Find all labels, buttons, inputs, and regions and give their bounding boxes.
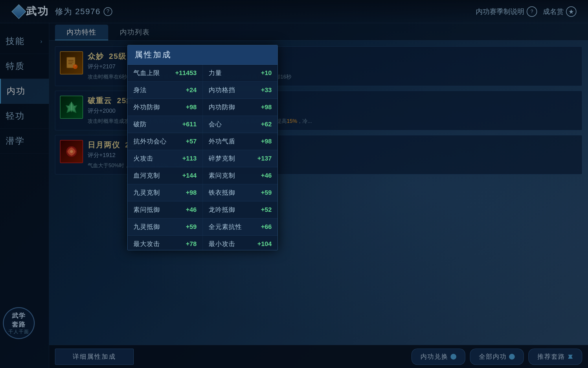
attr-value-left-1: +24	[186, 86, 196, 94]
attr-name-left-8: 素问抵御	[133, 205, 160, 214]
attr-row-8: 素问抵御+46龙吟抵御+52	[128, 201, 278, 218]
attr-name-right-10: 最小攻击	[209, 240, 235, 248]
attr-name-left-3: 破防	[133, 120, 147, 129]
attr-cell-left-2: 外功防御+98	[128, 99, 203, 116]
attr-cell-left-8: 素问抵御+46	[128, 201, 203, 218]
attr-row-6: 血河克制+144素问克制+46	[128, 167, 278, 184]
attr-name-right-1: 内功格挡	[209, 86, 235, 94]
attr-value-left-4: +57	[186, 138, 196, 145]
attr-name-left-0: 气血上限	[133, 69, 160, 77]
attr-name-right-5: 碎梦克制	[209, 154, 235, 163]
attr-name-right-2: 内功防御	[209, 103, 235, 112]
attr-name-right-4: 外功气盾	[209, 137, 235, 146]
attr-cell-right-8: 龙吟抵御+52	[203, 201, 278, 218]
attr-cell-left-9: 九灵抵御+59	[128, 218, 203, 235]
attr-row-7: 九灵克制+98铁衣抵御+59	[128, 184, 278, 201]
attr-value-right-8: +52	[261, 206, 272, 214]
attr-cell-right-2: 内功防御+98	[203, 99, 278, 116]
attr-name-left-1: 身法	[133, 86, 147, 94]
attr-row-0: 气血上限+11453力量+10	[128, 65, 278, 82]
attr-row-9: 九灵抵御+59全元素抗性+66	[128, 218, 278, 236]
attr-name-left-4: 抗外功会心	[133, 137, 167, 146]
attr-name-right-9: 全元素抗性	[209, 223, 242, 231]
attr-name-right-0: 力量	[209, 69, 222, 77]
attr-value-left-6: +144	[182, 172, 197, 179]
attr-value-right-0: +10	[261, 69, 272, 77]
attr-cell-right-3: 会心+62	[203, 116, 278, 133]
attr-name-left-6: 血河克制	[133, 171, 160, 180]
attr-row-4: 抗外功会心+57外功气盾+98	[128, 133, 278, 150]
attr-value-right-2: +98	[261, 103, 272, 111]
attr-row-1: 身法+24内功格挡+33	[128, 82, 278, 99]
attr-value-right-10: +104	[257, 240, 272, 248]
attr-value-right-1: +33	[261, 86, 272, 94]
attr-value-right-9: +66	[261, 223, 272, 231]
attr-value-right-4: +98	[261, 138, 272, 145]
attr-value-left-3: +611	[182, 121, 197, 128]
attr-cell-left-4: 抗外功会心+57	[128, 133, 203, 150]
attr-value-right-6: +46	[261, 172, 272, 179]
attr-name-right-8: 龙吟抵御	[209, 205, 235, 214]
attr-cell-right-4: 外功气盾+98	[203, 133, 278, 150]
attr-cell-right-1: 内功格挡+33	[203, 82, 278, 99]
attr-popup-title: 属性加成	[128, 45, 278, 65]
attr-name-left-7: 九灵克制	[133, 188, 160, 197]
attr-cell-right-7: 铁衣抵御+59	[203, 184, 278, 201]
attr-row-2: 外功防御+98内功防御+98	[128, 99, 278, 116]
attr-name-left-10: 最大攻击	[133, 240, 160, 248]
popup-overlay[interactable]: 属性加成 气血上限+11453力量+10身法+24内功格挡+33外功防御+98内…	[0, 0, 588, 368]
attr-name-left-9: 九灵抵御	[133, 223, 160, 231]
attr-value-left-8: +46	[186, 206, 196, 214]
attr-popup-body: 气血上限+11453力量+10身法+24内功格挡+33外功防御+98内功防御+9…	[128, 65, 278, 250]
attr-row-10: 最大攻击+78最小攻击+104	[128, 236, 278, 250]
attr-cell-left-3: 破防+611	[128, 116, 203, 133]
attr-value-left-10: +78	[186, 240, 196, 248]
attr-value-right-3: +62	[261, 121, 272, 128]
attr-cell-left-7: 九灵克制+98	[128, 184, 203, 201]
attr-value-right-5: +137	[257, 155, 272, 162]
attr-value-left-0: +11453	[175, 69, 196, 77]
attr-cell-right-0: 力量+10	[203, 65, 278, 81]
attr-name-left-2: 外功防御	[133, 103, 160, 112]
attr-cell-left-10: 最大攻击+78	[128, 236, 203, 250]
attr-cell-right-9: 全元素抗性+66	[203, 218, 278, 235]
attr-value-left-5: +113	[182, 155, 197, 162]
attr-cell-right-6: 素问克制+46	[203, 167, 278, 184]
attr-value-left-9: +59	[186, 223, 196, 231]
attr-name-right-7: 铁衣抵御	[209, 188, 235, 197]
attr-cell-left-6: 血河克制+144	[128, 167, 203, 184]
attr-value-right-7: +59	[261, 189, 272, 196]
attr-cell-right-5: 碎梦克制+137	[203, 150, 278, 167]
attr-name-right-6: 素问克制	[209, 171, 235, 180]
attr-name-right-3: 会心	[209, 120, 222, 129]
attr-cell-left-5: 火攻击+113	[128, 150, 203, 167]
attr-popup: 属性加成 气血上限+11453力量+10身法+24内功格挡+33外功防御+98内…	[127, 45, 278, 250]
attr-value-left-7: +98	[186, 189, 196, 196]
attr-row-5: 火攻击+113碎梦克制+137	[128, 150, 278, 167]
attr-row-3: 破防+611会心+62	[128, 116, 278, 133]
attr-cell-left-1: 身法+24	[128, 82, 203, 99]
attr-cell-right-10: 最小攻击+104	[203, 236, 278, 250]
attr-name-left-5: 火攻击	[133, 154, 153, 163]
attr-value-left-2: +98	[186, 103, 196, 111]
attr-cell-left-0: 气血上限+11453	[128, 65, 203, 81]
